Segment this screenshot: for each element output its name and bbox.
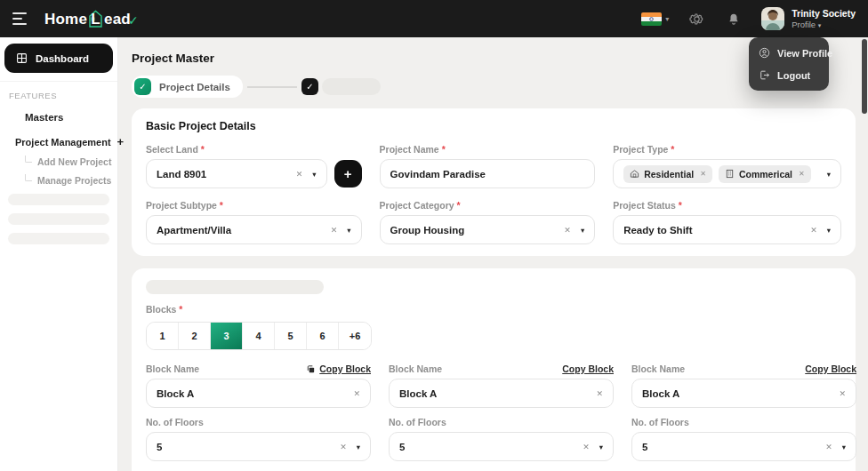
clear-icon[interactable]: ✕ [839, 389, 846, 398]
project-management-expand-icon[interactable]: + [117, 135, 125, 148]
sidebar-item-project-management[interactable]: Project Management + [0, 123, 117, 148]
sidebar-skeleton-placeholder [8, 194, 109, 205]
blocks-option-3-selected[interactable]: 3 [211, 323, 243, 349]
language-selector[interactable]: ▾ [641, 12, 669, 26]
card-skeleton-placeholder [146, 280, 324, 294]
project-type-multiselect[interactable]: Residential ✕ Commerical ✕ ▾ [613, 159, 841, 188]
project-status-dropdown[interactable]: Ready to Shift ✕ ▾ [613, 215, 841, 244]
sidebar-item-add-new-project[interactable]: Add New Project [0, 148, 117, 167]
copy-block-link[interactable]: Copy Block [306, 363, 371, 374]
floors-dropdown[interactable]: 5 ✕ ▾ [389, 432, 614, 461]
blocks-card: Blocks * 1 2 3 4 5 6 +6 Block Name Copy … [132, 268, 856, 471]
step-project-details[interactable]: ✓ Project Details [132, 76, 243, 98]
avatar [761, 7, 784, 30]
bell-icon [727, 12, 741, 27]
project-subtype-label: Project Subtype * [146, 200, 362, 211]
blocks-option-6[interactable]: 6 [307, 323, 339, 349]
step2-check-icon[interactable]: ✓ [301, 78, 318, 95]
blocks-option-1[interactable]: 1 [147, 323, 179, 349]
sidebar-item-manage-projects[interactable]: Manage Projects [0, 167, 117, 186]
clear-icon[interactable]: ✕ [810, 226, 817, 235]
blocks-option-5[interactable]: 5 [275, 323, 307, 349]
sidebar-skeleton-placeholder [8, 213, 109, 225]
chip-commerical[interactable]: Commerical ✕ [719, 165, 811, 183]
blocks-option-2[interactable]: 2 [179, 323, 211, 349]
project-type-label: Project Type * [613, 144, 841, 155]
clear-icon[interactable]: ✕ [564, 226, 571, 235]
clear-icon[interactable]: ✕ [296, 170, 303, 179]
remove-chip-icon[interactable]: ✕ [700, 170, 706, 178]
chip-residential[interactable]: Residential ✕ [623, 165, 712, 183]
chevron-down-icon[interactable]: ▾ [827, 170, 831, 179]
project-name-input[interactable]: Govindam Paradise [380, 159, 596, 188]
menu-item-view-profile[interactable]: View Profile [749, 42, 829, 64]
tree-connector-icon [25, 156, 32, 163]
copy-icon [306, 364, 316, 374]
floors-label: No. of Floors [146, 417, 371, 427]
select-land-label: Select Land * [146, 144, 362, 155]
floors-label: No. of Floors [389, 417, 614, 427]
vertical-scrollbar[interactable] [862, 39, 867, 114]
menu-item-logout[interactable]: Logout [749, 64, 829, 86]
block-name-label: Block Name [389, 363, 442, 374]
chevron-down-icon[interactable]: ▾ [827, 226, 831, 235]
logo-house-icon: L [88, 9, 103, 28]
tree-connector-icon [25, 174, 32, 181]
clear-icon[interactable]: ✕ [825, 443, 832, 451]
floors-dropdown[interactable]: 5 ✕ ▾ [631, 432, 856, 461]
block-name-input[interactable]: Block A ✕ [631, 379, 856, 408]
blocks-option-4[interactable]: 4 [243, 323, 275, 349]
blocks-count-selector: 1 2 3 4 5 6 +6 [146, 322, 372, 350]
hamburger-menu-icon[interactable] [12, 12, 28, 25]
chevron-down-icon[interactable]: ▾ [581, 226, 584, 235]
clear-icon[interactable]: ✕ [353, 389, 360, 398]
block-column-3: Block Name Copy Block Block A ✕ No. of F… [631, 363, 856, 471]
sidebar: Dashboard FEATURES Masters Project Manag… [0, 37, 118, 471]
india-flag-icon [641, 12, 662, 26]
sidebar-item-masters[interactable]: Masters [0, 100, 117, 123]
stepper: ✓ Project Details ✓ [132, 76, 856, 98]
sidebar-item-dashboard[interactable]: Dashboard [4, 44, 113, 73]
project-category-dropdown[interactable]: Group Housing ✕ ▾ [380, 215, 596, 244]
remove-chip-icon[interactable]: ✕ [799, 170, 805, 178]
copy-block-link[interactable]: Copy Block [805, 363, 856, 374]
chevron-down-icon[interactable]: ▾ [842, 443, 846, 451]
floors-dropdown[interactable]: 5 ✕ ▾ [146, 432, 371, 461]
blocks-option-overflow[interactable]: +6 [339, 323, 371, 349]
main-content: Project Master ✓ Project Details ✓ Basic… [118, 37, 868, 471]
chevron-down-icon[interactable]: ▾ [357, 443, 360, 451]
chevron-down-icon[interactable]: ▾ [347, 226, 350, 235]
clear-icon[interactable]: ✕ [331, 226, 338, 235]
profile-menu-trigger[interactable]: Trinity Society Profile ▾ [761, 7, 856, 30]
logo-text-ead: ead [104, 11, 131, 28]
profile-name: Trinity Society [792, 8, 856, 20]
top-navbar: HomeLead ✓ ▾ Trinity Society Profile ▾ [0, 0, 868, 37]
project-category-label: Project Category * [380, 200, 596, 211]
section-title: Basic Project Details [146, 120, 841, 132]
profile-dropdown-menu: View Profile Logout [749, 37, 829, 91]
clear-icon[interactable]: ✕ [596, 389, 603, 398]
step1-check-icon: ✓ [134, 78, 151, 95]
chevron-down-icon[interactable]: ▾ [599, 443, 603, 451]
logout-icon [759, 69, 770, 81]
add-land-button[interactable]: + [334, 160, 362, 188]
clear-icon[interactable]: ✕ [583, 443, 590, 451]
project-subtype-dropdown[interactable]: Apartment/Villa ✕ ▾ [146, 215, 362, 244]
settings-button[interactable] [687, 9, 706, 28]
logo-text-home: Home [44, 11, 87, 28]
basic-project-details-card: Basic Project Details Select Land * Land… [132, 108, 856, 256]
notifications-button[interactable] [724, 9, 743, 28]
copy-block-link[interactable]: Copy Block [562, 363, 614, 374]
clear-icon[interactable]: ✕ [340, 443, 347, 451]
flag-caret-icon: ▾ [665, 15, 669, 23]
floors-label: No. of Floors [631, 417, 856, 427]
chevron-down-icon[interactable]: ▾ [312, 170, 316, 179]
select-land-dropdown[interactable]: Land 8901 ✕ ▾ [146, 159, 327, 188]
block-name-input[interactable]: Block A ✕ [146, 379, 371, 408]
features-label: FEATURES [9, 91, 108, 100]
gear-icon [689, 12, 704, 27]
logo-check-icon: ✓ [128, 13, 139, 28]
project-name-label: Project Name * [380, 144, 596, 155]
block-name-input[interactable]: Block A ✕ [389, 379, 614, 408]
building-icon [725, 169, 735, 179]
